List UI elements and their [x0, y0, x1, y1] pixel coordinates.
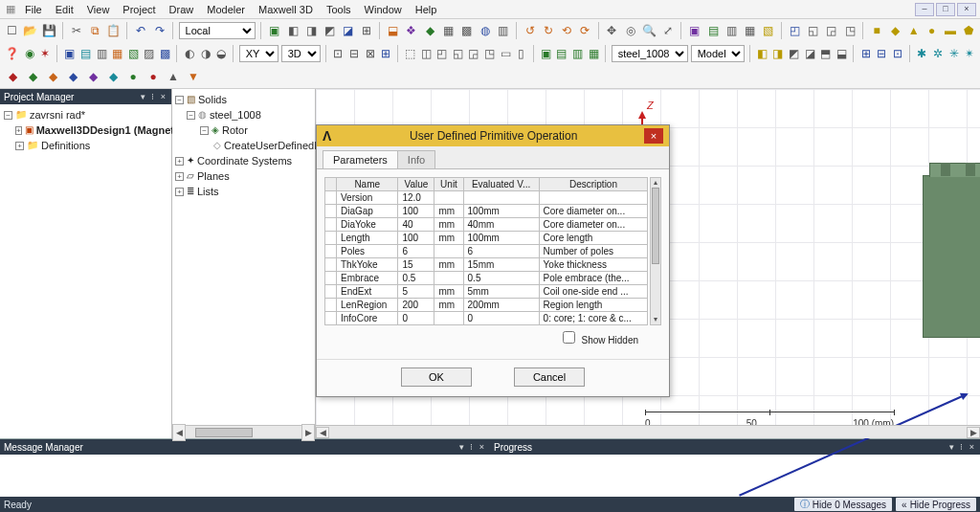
mt-operation[interactable]: ◇ CreateUserDefinedPa	[175, 138, 312, 153]
tb-icon-d4[interactable]: ●	[924, 22, 940, 39]
cell-value[interactable]: 0	[398, 312, 434, 325]
tb2-d6[interactable]: ◳	[483, 45, 497, 62]
col-unit[interactable]: Unit	[434, 178, 463, 191]
mt-lists[interactable]: + ≣ Lists	[175, 184, 312, 199]
cell-unit[interactable]	[434, 272, 463, 285]
cell-name[interactable]: Version	[337, 191, 398, 205]
tb2-d2[interactable]: ◫	[419, 45, 433, 62]
tb-icon-a5[interactable]: ◪	[341, 22, 356, 39]
open-icon[interactable]: 📂	[22, 22, 38, 39]
tb-icon-a2[interactable]: ◧	[285, 22, 301, 39]
tb2-g2[interactable]: ⊟	[875, 45, 888, 62]
tb-icon-b2[interactable]: ▤	[705, 22, 721, 39]
tb2-a10[interactable]: ▩	[159, 45, 172, 62]
tree-design[interactable]: + ▣ Maxwell3DDesign1 (Magnetostatic)*	[4, 122, 167, 138]
table-row[interactable]: DiaYoke40mm40mmCore diameter on...	[325, 218, 648, 232]
tb2-e4[interactable]: ▦	[587, 45, 600, 62]
fit-icon[interactable]: ⤢	[660, 22, 676, 39]
plane-select[interactable]: XY	[239, 45, 278, 62]
dialog-title-bar[interactable]: Λ User Defined Primitive Operation ×	[317, 125, 669, 146]
menu-modeler[interactable]: Modeler	[201, 2, 251, 17]
expand-icon[interactable]: +	[175, 157, 184, 166]
tb-icon-a10[interactable]: ▦	[440, 22, 456, 39]
show-hidden-checkbox[interactable]	[563, 331, 575, 344]
scope-select[interactable]: Model	[691, 45, 745, 62]
col-value[interactable]: Value	[398, 178, 434, 191]
tb-icon-d6[interactable]: ⬟	[961, 22, 976, 39]
tb2-a3[interactable]: ✶	[39, 45, 53, 62]
tb2-g1[interactable]: ⊞	[859, 45, 873, 62]
rotor-core-3d[interactable]	[923, 175, 980, 338]
menu-draw[interactable]: Draw	[164, 2, 200, 17]
maximize-button[interactable]: □	[936, 3, 955, 16]
mt-material[interactable]: − ◍ steel_1008	[175, 107, 312, 122]
tb2-d4[interactable]: ◱	[452, 45, 465, 62]
tb2-a5[interactable]: ▤	[79, 45, 93, 62]
cell-unit[interactable]: mm	[434, 218, 463, 232]
expand-icon[interactable]: +	[15, 142, 24, 150]
modeltree-hscroll[interactable]: ◀ ▶	[172, 425, 315, 438]
rotate-icon[interactable]: ⟳	[577, 22, 592, 39]
tb-icon-a12[interactable]: ◍	[478, 22, 493, 39]
cell-unit[interactable]: mm	[434, 285, 463, 299]
collapse-icon[interactable]: −	[187, 111, 195, 120]
cell-name[interactable]: LenRegion	[337, 299, 398, 312]
table-row[interactable]: Poles66Number of poles	[325, 245, 648, 258]
tb-icon-b1[interactable]: ▣	[687, 22, 702, 39]
mt-planes[interactable]: + ▱ Planes	[175, 168, 312, 184]
scroll-thumb[interactable]	[195, 428, 253, 437]
cancel-button[interactable]: Cancel	[514, 367, 585, 387]
tb3-a2[interactable]: ◆	[24, 68, 41, 85]
collapse-icon[interactable]: −	[200, 126, 209, 135]
coordsys-select[interactable]: Local	[179, 22, 256, 39]
tb2-a7[interactable]: ▦	[111, 45, 124, 62]
tb-icon-b5[interactable]: ▧	[761, 22, 776, 39]
menu-maxwell3d[interactable]: Maxwell 3D	[253, 2, 319, 17]
table-row[interactable]: Embrace0.50.5Pole embrace (the...	[325, 272, 648, 285]
tb2-e3[interactable]: ▥	[571, 45, 585, 62]
tb-icon-a4[interactable]: ◩	[322, 22, 337, 39]
scroll-left-icon[interactable]: ◀	[172, 424, 186, 441]
tb-icon-a1[interactable]: ▣	[267, 22, 282, 39]
tb-icon-a7[interactable]: ⬓	[386, 22, 401, 39]
cell-value[interactable]: 100	[398, 232, 434, 245]
tb-icon-d2[interactable]: ◆	[887, 22, 902, 39]
tab-info[interactable]: Info	[397, 150, 435, 168]
tb2-d1[interactable]: ⬚	[404, 45, 417, 62]
cell-unit[interactable]: mm	[434, 299, 463, 312]
tb2-h1[interactable]: ✱	[915, 45, 928, 62]
cell-unit[interactable]	[434, 191, 463, 205]
table-row[interactable]: Version12.0	[325, 191, 648, 205]
cell-unit[interactable]	[434, 312, 463, 325]
cell-name[interactable]: EndExt	[337, 285, 398, 299]
paste-icon[interactable]: 📋	[105, 22, 122, 39]
new-icon[interactable]: ☐	[4, 22, 19, 39]
menu-file[interactable]: File	[19, 2, 48, 17]
tb2-a1[interactable]: ❓	[4, 45, 20, 62]
scroll-up-icon[interactable]: ▴	[651, 178, 660, 188]
tb-icon-a3[interactable]: ◨	[303, 22, 319, 39]
hide-progress-button[interactable]: « Hide Progress	[896, 498, 976, 511]
scroll-left-icon[interactable]: ◀	[316, 427, 329, 438]
tb2-f4[interactable]: ◪	[803, 45, 816, 62]
tb2-b2[interactable]: ◑	[199, 45, 212, 62]
col-name[interactable]: Name	[337, 178, 398, 191]
tb-icon-c2[interactable]: ◱	[806, 22, 821, 39]
tb2-b1[interactable]: ◐	[183, 45, 196, 62]
tb-icon-c1[interactable]: ◰	[788, 22, 803, 39]
cell-value[interactable]: 40	[398, 218, 434, 232]
tb-icon-d5[interactable]: ▬	[943, 22, 958, 39]
cell-value[interactable]: 12.0	[398, 191, 434, 205]
scroll-right-icon[interactable]: ▶	[967, 427, 980, 438]
cell-value[interactable]: 200	[398, 299, 434, 312]
tb3-a6[interactable]: ◆	[104, 68, 122, 85]
menu-edit[interactable]: Edit	[50, 2, 79, 17]
tb2-a6[interactable]: ▥	[95, 45, 108, 62]
tb-icon-d3[interactable]: ▲	[905, 22, 921, 39]
tb-icon-a9[interactable]: ◆	[422, 22, 437, 39]
expand-icon[interactable]: +	[175, 172, 184, 181]
hide-messages-button[interactable]: ⓘ Hide 0 Messages	[794, 498, 892, 511]
expand-icon[interactable]: +	[15, 126, 22, 135]
tb2-a4[interactable]: ▣	[63, 45, 77, 62]
tb2-c1[interactable]: ⊡	[331, 45, 345, 62]
